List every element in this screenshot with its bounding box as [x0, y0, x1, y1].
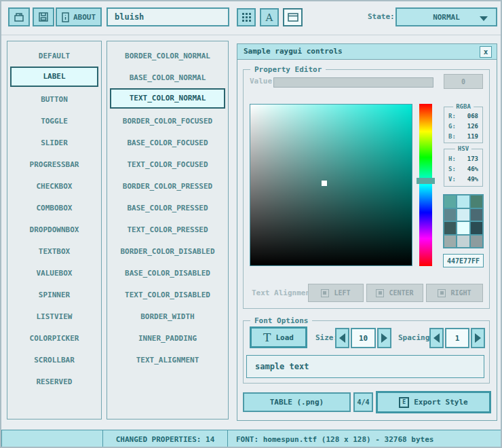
- align-right-label: RIGHT: [450, 289, 471, 297]
- export-style-label: Export Style: [414, 398, 467, 407]
- color-swatch[interactable]: [444, 222, 456, 234]
- property-list-item[interactable]: BASE_COLOR_NORMAL: [110, 67, 225, 87]
- font-options-group-label: Font Options: [250, 316, 312, 325]
- window-mode-button[interactable]: [283, 8, 303, 26]
- control-list-item[interactable]: RESERVED: [10, 371, 98, 391]
- control-list-item[interactable]: COMBOBOX: [10, 197, 98, 217]
- color-swatch-grid: [443, 194, 484, 248]
- controls-list-panel: DEFAULTLABELBUTTONTOGGLESLIDERPROGRESSBA…: [7, 41, 102, 419]
- color-swatch[interactable]: [457, 209, 469, 221]
- value-button[interactable]: 0: [444, 74, 483, 89]
- hue-slider[interactable]: [419, 104, 432, 266]
- grid-mode-button[interactable]: [237, 8, 256, 26]
- color-swatch[interactable]: [471, 195, 482, 208]
- property-list-item[interactable]: BASE_COLOR_FOCUSED: [110, 132, 225, 152]
- about-button[interactable]: ABOUT: [56, 7, 102, 26]
- info-icon: [62, 12, 69, 22]
- color-swatch[interactable]: [457, 222, 469, 234]
- property-list-item-selected[interactable]: TEXT_COLOR_NORMAL: [110, 88, 225, 109]
- property-list-item[interactable]: BORDER_COLOR_DISABLED: [110, 240, 225, 261]
- state-label: State:: [368, 7, 395, 26]
- control-list-item[interactable]: CHECKBOX: [10, 175, 98, 195]
- color-swatch[interactable]: [457, 195, 469, 208]
- color-saturation-value-picker[interactable]: [250, 104, 412, 266]
- color-swatch[interactable]: [444, 236, 456, 248]
- font-info-text: FONT: homespun.ttf (128 x 128) - 32768 b…: [236, 435, 433, 444]
- color-swatch[interactable]: [457, 236, 469, 248]
- color-swatch[interactable]: [444, 195, 456, 208]
- changed-properties-text: CHANGED PROPERTIES: 14: [116, 435, 215, 444]
- color-swatch[interactable]: [471, 222, 482, 234]
- control-list-item[interactable]: COLORPICKER: [10, 327, 98, 348]
- property-list-item[interactable]: BORDER_COLOR_PRESSED: [110, 175, 225, 195]
- control-list-item[interactable]: DEFAULT: [10, 45, 98, 65]
- property-list-item[interactable]: BORDER_WIDTH: [110, 305, 225, 326]
- property-list-item[interactable]: TEXT_ALIGNMENT: [110, 349, 225, 369]
- property-list-item[interactable]: TEXT_COLOR_PRESSED: [110, 219, 225, 239]
- color-swatch[interactable]: [471, 209, 482, 221]
- font-load-button[interactable]: T Load: [250, 326, 307, 348]
- color-swatch[interactable]: [471, 236, 482, 248]
- style-name-input[interactable]: [107, 7, 229, 26]
- toolbar-divider: [1, 35, 501, 35]
- v-label: V:: [448, 174, 456, 185]
- color-swatch[interactable]: [444, 209, 456, 221]
- window-title-bar[interactable]: Sample raygui controls: [237, 44, 497, 60]
- color-picker-cursor[interactable]: [322, 181, 327, 186]
- spacing-decrement-button[interactable]: [429, 328, 444, 348]
- hsv-row-s: S: 46%: [444, 164, 482, 174]
- spacing-value-box[interactable]: 1: [445, 328, 469, 348]
- save-icon: [38, 12, 49, 22]
- value-slider[interactable]: [273, 77, 433, 88]
- open-style-button[interactable]: [8, 7, 30, 26]
- size-increment-button[interactable]: [377, 328, 391, 348]
- sample-text-box[interactable]: sample text: [246, 355, 484, 378]
- control-list-item[interactable]: TOGGLE: [10, 110, 98, 130]
- property-list-item[interactable]: INNER_PADDING: [110, 327, 225, 348]
- arrow-right-icon: [381, 333, 387, 343]
- control-list-item[interactable]: VALUEBOX: [10, 262, 98, 282]
- table-export-label: TABLE (.png): [270, 398, 324, 407]
- spacing-increment-button[interactable]: [471, 328, 485, 348]
- close-icon: x: [484, 48, 488, 56]
- arrow-left-icon: [433, 333, 440, 343]
- font-t-icon: T: [263, 331, 271, 344]
- hue-slider-handle[interactable]: [417, 178, 435, 184]
- property-list-item[interactable]: TEXT_COLOR_DISABLED: [110, 284, 225, 304]
- align-right-icon: [438, 289, 446, 297]
- status-font-info: FONT: homespun.ttf (128 x 128) - 32768 b…: [227, 430, 502, 448]
- size-decrement-button[interactable]: [335, 328, 349, 348]
- control-list-item[interactable]: LISTVIEW: [10, 305, 98, 326]
- size-value-box[interactable]: 10: [351, 328, 376, 348]
- hex-value-box[interactable]: 447E77FF: [443, 254, 484, 267]
- control-list-item[interactable]: TEXTBOX: [10, 240, 98, 261]
- value-label: Value:: [250, 74, 277, 89]
- control-list-item-selected[interactable]: LABEL: [10, 67, 98, 87]
- align-left-button[interactable]: LEFT: [308, 284, 364, 302]
- save-style-button[interactable]: [33, 7, 54, 26]
- h-label: H:: [448, 154, 456, 164]
- align-right-button[interactable]: RIGHT: [426, 284, 483, 302]
- page-indicator-box[interactable]: 4/4: [353, 392, 373, 412]
- property-list-item[interactable]: TEXT_COLOR_FOCUSED: [110, 153, 225, 174]
- property-list-item[interactable]: BORDER_COLOR_NORMAL: [110, 45, 225, 65]
- control-list-item[interactable]: SLIDER: [10, 132, 98, 152]
- control-list-item[interactable]: SPINNER: [10, 284, 98, 304]
- align-center-button[interactable]: CENTER: [366, 284, 423, 302]
- control-list-item[interactable]: PROGRESSBAR: [10, 153, 98, 174]
- table-export-format-button[interactable]: TABLE (.png): [243, 392, 351, 412]
- window-icon: [288, 13, 298, 22]
- b-value: 119: [467, 132, 478, 142]
- arrow-left-icon: [339, 333, 345, 343]
- rgba-row-g: G: 126: [444, 122, 482, 132]
- property-list-item[interactable]: BASE_COLOR_DISABLED: [110, 262, 225, 282]
- property-list-item[interactable]: BASE_COLOR_PRESSED: [110, 197, 225, 217]
- control-list-item[interactable]: BUTTON: [10, 88, 98, 109]
- property-list-item[interactable]: BORDER_COLOR_FOCUSED: [110, 110, 225, 130]
- control-list-item[interactable]: DROPDOWNBOX: [10, 219, 98, 239]
- export-style-button[interactable]: E Export Style: [376, 391, 491, 413]
- control-list-item[interactable]: SCROLLBAR: [10, 349, 98, 369]
- window-close-button[interactable]: x: [480, 46, 492, 58]
- state-dropdown[interactable]: NORMAL: [395, 7, 497, 26]
- font-mode-button[interactable]: A: [260, 8, 279, 26]
